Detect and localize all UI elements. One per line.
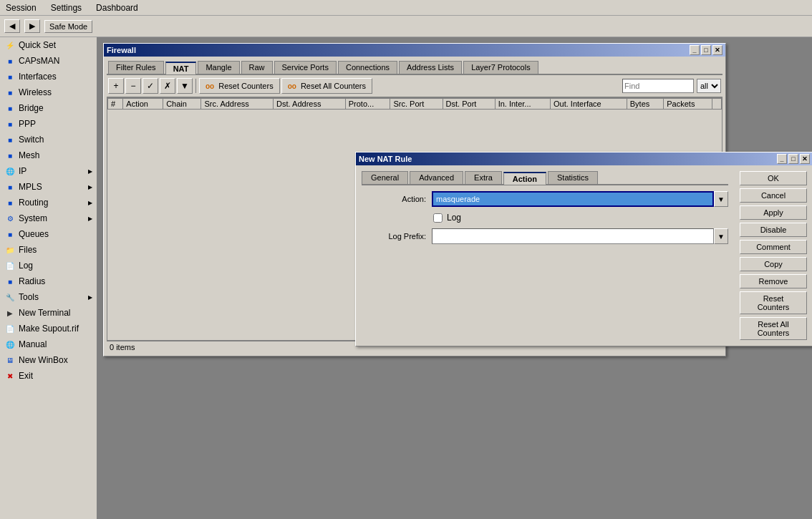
col-dst-port: Dst. Port: [443, 99, 495, 110]
nat-rule-maximize-button[interactable]: □: [788, 154, 798, 164]
nat-rule-close-button[interactable]: ✕: [800, 154, 810, 164]
nat-tab-statistics[interactable]: Statistics: [548, 171, 598, 184]
sidebar-item-mpls[interactable]: ■ MPLS ▶: [0, 179, 97, 195]
log-label: Log: [447, 213, 461, 223]
cancel-button[interactable]: Cancel: [740, 188, 807, 203]
log-checkbox[interactable]: [433, 213, 443, 223]
sidebar-item-interfaces[interactable]: ■ Interfaces: [0, 69, 97, 84]
tab-layer7-protocols[interactable]: Layer7 Protocols: [463, 61, 538, 74]
tab-address-lists[interactable]: Address Lists: [399, 61, 462, 74]
radius-icon: ■: [4, 276, 16, 287]
sidebar-item-system[interactable]: ⚙ System ▶: [0, 210, 97, 226]
sidebar-item-newwinbox[interactable]: 🖥 New WinBox: [0, 352, 97, 368]
nat-tab-extra[interactable]: Extra: [465, 171, 502, 184]
log-prefix-dropdown-button[interactable]: ▼: [714, 228, 728, 244]
find-filter-select[interactable]: all: [697, 79, 721, 93]
interfaces-icon: ■: [4, 71, 16, 82]
sidebar-label-switch: Switch: [19, 135, 44, 145]
sidebar-label-supout: Make Supout.rif: [19, 324, 79, 334]
ppp-icon: ■: [4, 118, 16, 130]
apply-button[interactable]: Apply: [740, 205, 807, 220]
sidebar-item-quickset[interactable]: ⚡ Quick Set: [0, 37, 97, 53]
capsman-icon: ■: [4, 55, 16, 67]
tab-service-ports[interactable]: Service Ports: [274, 61, 337, 74]
copy-button[interactable]: Copy: [740, 257, 807, 271]
sidebar-item-ppp[interactable]: ■ PPP: [0, 116, 97, 132]
sidebar-item-mesh[interactable]: ■ Mesh: [0, 147, 97, 163]
action-dropdown-button[interactable]: ▼: [714, 191, 728, 207]
sidebar-item-switch[interactable]: ■ Switch: [0, 132, 97, 147]
newwinbox-icon: 🖥: [4, 354, 16, 366]
menu-settings[interactable]: Settings: [48, 3, 84, 13]
sidebar-item-newterminal[interactable]: ▶ New Terminal: [0, 305, 97, 321]
back-button[interactable]: ◀: [4, 19, 20, 33]
nat-rule-window: New NAT Rule _ □ ✕ General Advanced Extr…: [355, 152, 812, 346]
nat-rule-minimize-button[interactable]: _: [777, 154, 787, 164]
sidebar-label-capsman: CAPsMAN: [19, 56, 59, 66]
reset-all-counters-button[interactable]: oo Reset All Counters: [281, 78, 372, 94]
comment-button[interactable]: Comment: [740, 240, 807, 254]
nat-reset-all-counters-button[interactable]: Reset All Counters: [740, 317, 807, 340]
tab-mangle[interactable]: Mangle: [198, 61, 239, 74]
action-row: Action: masquerade ▼: [362, 191, 728, 207]
sidebar-item-routing[interactable]: ■ Routing ▶: [0, 195, 97, 210]
sidebar-item-supout[interactable]: 📄 Make Supout.rif: [0, 321, 97, 336]
remove-rule-button[interactable]: −: [125, 78, 141, 94]
filter-button[interactable]: ▼: [177, 78, 193, 94]
find-area: all: [622, 79, 721, 93]
tab-filter-rules[interactable]: Filter Rules: [108, 61, 164, 74]
nat-tab-advanced[interactable]: Advanced: [410, 171, 463, 184]
tab-connections[interactable]: Connections: [338, 61, 397, 74]
sidebar-label-tools: Tools: [19, 292, 39, 302]
nat-tab-action[interactable]: Action: [503, 172, 546, 185]
sidebar-label-interfaces: Interfaces: [19, 72, 57, 82]
firewall-close-button[interactable]: ✕: [712, 45, 722, 55]
tab-nat[interactable]: NAT: [165, 62, 197, 74]
forward-button[interactable]: ▶: [24, 19, 40, 33]
sidebar-item-radius[interactable]: ■ Radius: [0, 273, 97, 289]
menu-dashboard[interactable]: Dashboard: [93, 3, 141, 13]
firewall-maximize-button[interactable]: □: [701, 45, 711, 55]
sidebar-item-files[interactable]: 📁 Files: [0, 242, 97, 258]
mpls-arrow-icon: ▶: [88, 184, 92, 190]
action-select-display[interactable]: masquerade: [432, 191, 714, 207]
safemode-button[interactable]: Safe Mode: [44, 20, 92, 33]
mesh-icon: ■: [4, 150, 16, 161]
disable-button[interactable]: Disable: [740, 223, 807, 237]
menu-session[interactable]: Session: [3, 3, 39, 13]
sidebar-item-ip[interactable]: 🌐 IP ▶: [0, 163, 97, 179]
log-prefix-input[interactable]: [432, 228, 714, 244]
firewall-minimize-button[interactable]: _: [690, 45, 700, 55]
action-select-wrapper: masquerade ▼: [432, 191, 728, 207]
sidebar-item-tools[interactable]: 🔧 Tools ▶: [0, 289, 97, 305]
wireless-icon: ■: [4, 87, 16, 98]
col-out-interface: Out. Interface: [551, 99, 627, 110]
add-rule-button[interactable]: +: [108, 78, 124, 94]
bridge-icon: ■: [4, 102, 16, 114]
content-area: Firewall _ □ ✕ Filter Rules NAT Mangle R…: [97, 37, 812, 519]
col-packets: Packets: [664, 99, 712, 110]
col-src-port: Src. Port: [390, 99, 443, 110]
remove-button[interactable]: Remove: [740, 274, 807, 288]
nat-rule-form-area: General Advanced Extra Action Statistics…: [356, 165, 734, 346]
sidebar-item-log[interactable]: 📄 Log: [0, 258, 97, 273]
reset-counters-button[interactable]: oo Reset Counters: [199, 78, 280, 94]
nat-reset-counters-button[interactable]: Reset Counters: [740, 291, 807, 314]
sidebar-item-queues[interactable]: ■ Queues: [0, 226, 97, 242]
sidebar-item-wireless[interactable]: ■ Wireless: [0, 84, 97, 100]
sidebar-label-ip: IP: [19, 166, 26, 176]
disable-rule-button[interactable]: ✗: [160, 78, 175, 94]
nat-tab-general[interactable]: General: [362, 171, 408, 184]
sidebar-item-exit[interactable]: ✖ Exit: [0, 368, 97, 384]
find-input[interactable]: [622, 79, 694, 93]
sidebar-label-queues: Queues: [19, 229, 49, 239]
ok-button[interactable]: OK: [740, 171, 807, 185]
action-label: Action:: [362, 195, 426, 203]
enable-rule-button[interactable]: ✓: [142, 78, 158, 94]
sidebar-item-bridge[interactable]: ■ Bridge: [0, 100, 97, 116]
log-prefix-input-wrapper: ▼: [432, 228, 728, 244]
tab-raw[interactable]: Raw: [241, 61, 273, 74]
log-row: Log: [362, 213, 728, 223]
sidebar-item-manual[interactable]: 🌐 Manual: [0, 336, 97, 352]
sidebar-item-capsman[interactable]: ■ CAPsMAN: [0, 53, 97, 69]
